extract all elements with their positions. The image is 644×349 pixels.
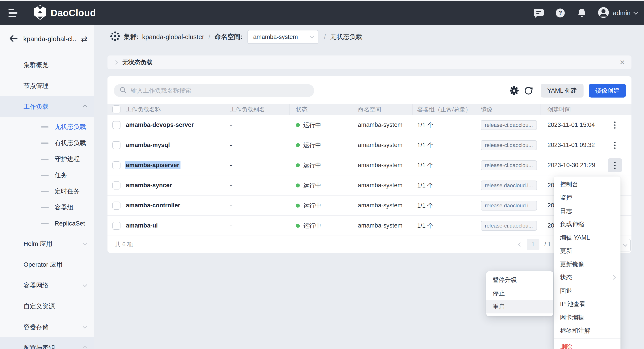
switch-cluster-icon[interactable]: ⇄ (81, 35, 88, 43)
menu-item-labels-annotations[interactable]: 标签和注解 (554, 324, 620, 338)
feedback-chat-icon[interactable] (533, 7, 544, 18)
menu-item-update-image[interactable]: 更新镜像 (554, 258, 620, 271)
row-checkbox[interactable] (112, 222, 120, 230)
notifications-bell-icon[interactable] (576, 7, 587, 18)
submenu-arrow-icon (611, 275, 616, 280)
workload-name-link[interactable]: amamba-controller (126, 196, 226, 215)
chevron-down-icon (83, 283, 87, 287)
chevron-right-icon (114, 60, 118, 65)
image-chip[interactable]: release-ci.daoclou... (481, 140, 537, 150)
workload-name-link[interactable]: amamba-devops-server (126, 115, 226, 135)
sidebar-item-operator-apps[interactable]: Operator 应用 (0, 254, 94, 275)
image-chip[interactable]: release-ci.daoclou... (481, 120, 537, 130)
sidebar-item-node-management[interactable]: 节点管理 (0, 75, 94, 96)
submenu-item-restart[interactable]: 重启 (486, 300, 553, 314)
yaml-create-button[interactable]: YAML 创建 (541, 84, 584, 97)
dash-icon (41, 126, 48, 127)
row-checkbox[interactable] (112, 181, 120, 189)
menu-item-edit-yaml[interactable]: 编辑 YAML (554, 231, 620, 244)
page-number-box[interactable]: 1 (527, 239, 540, 250)
sidebar-item-daemonsets[interactable]: 守护进程 (0, 151, 94, 167)
sidebar-item-custom-resources[interactable]: 自定义资源 (0, 296, 94, 317)
cluster-label: 集群: (124, 32, 139, 41)
cluster-selector: kpanda-global-cl... ⇄ (0, 25, 94, 53)
image-cell: release-ci.daoclou... (476, 216, 541, 236)
workload-name-link[interactable]: amamba-syncer (126, 175, 226, 195)
image-cell: release.daocloud.i... (476, 196, 541, 215)
gear-icon[interactable] (509, 85, 519, 96)
image-cell: release-ci.daoclou... (476, 115, 541, 135)
dash-icon (41, 175, 48, 176)
menu-item-rollback[interactable]: 回退 (554, 284, 620, 298)
sidebar-item-jobs[interactable]: 任务 (0, 167, 94, 183)
namespace-cell: amamba-system (351, 175, 413, 195)
row-actions-kebab-icon[interactable] (608, 118, 622, 132)
chevron-up-icon (83, 346, 87, 349)
image-chip[interactable]: release.daocloud.i... (481, 181, 537, 190)
col-status: 状态 (290, 104, 351, 115)
submenu-item-stop[interactable]: 停止 (486, 287, 553, 300)
refresh-icon[interactable] (523, 85, 534, 96)
prev-page-icon[interactable] (518, 242, 522, 247)
row-checkbox[interactable] (112, 161, 120, 169)
search-icon (120, 87, 127, 95)
menu-item-delete[interactable]: 删除 (554, 340, 620, 349)
back-arrow-icon[interactable] (9, 35, 18, 43)
row-actions-kebab-icon[interactable] (608, 158, 622, 172)
namespace-select[interactable]: amamba-system (248, 30, 318, 44)
row-checkbox[interactable] (112, 121, 120, 129)
sidebar-item-container-network[interactable]: 容器网络 (0, 275, 94, 296)
logo-text: DaoCloud (50, 7, 96, 18)
cluster-name: kpanda-global-cl... (23, 35, 76, 43)
namespace-cell: amamba-system (351, 115, 413, 135)
user-menu[interactable]: admin (598, 7, 637, 19)
menu-item-update[interactable]: 更新 (554, 244, 620, 258)
pods-cell: 1/1 个 (413, 175, 476, 195)
menu-item-monitoring[interactable]: 监控 (554, 191, 620, 204)
menu-item-ip-pool[interactable]: IP 池查看 (554, 298, 620, 311)
sidebar-item-replicaset[interactable]: ReplicaSet (0, 215, 94, 232)
menu-item-logs[interactable]: 日志 (554, 204, 620, 218)
sidebar-item-config-secrets[interactable]: 配置与密钥 (0, 337, 94, 349)
workload-name-link[interactable]: amamba-ui (126, 216, 226, 236)
breadcrumb: 集群: kpanda-global-cluster / 命名空间: amamba… (110, 23, 362, 50)
image-chip[interactable]: release.daocloud.i... (481, 201, 537, 211)
row-checkbox[interactable] (112, 202, 120, 210)
search-input[interactable] (130, 87, 308, 94)
workload-alias: - (226, 155, 290, 175)
image-chip[interactable]: release-ci.daoclou... (481, 221, 537, 231)
row-actions-kebab-icon[interactable] (608, 138, 622, 152)
menu-item-nic-edit[interactable]: 网卡编辑 (554, 311, 620, 324)
menu-item-status[interactable]: 状态 (554, 271, 620, 284)
workload-panel-header[interactable]: 无状态负载 ✕ (108, 55, 632, 69)
workload-name-link[interactable]: amamba-mysql (126, 135, 226, 155)
sidebar-item-statefulsets[interactable]: 有状态负载 (0, 135, 94, 151)
close-icon[interactable]: ✕ (620, 59, 625, 66)
sidebar: kpanda-global-cl... ⇄ 集群概览 节点管理 工作负载 无状态… (0, 25, 94, 349)
sidebar-item-deployments[interactable]: 无状态负载 (0, 119, 94, 135)
select-all-checkbox[interactable] (112, 105, 120, 113)
image-chip[interactable]: release-ci.daoclou... (481, 160, 537, 170)
sidebar-item-cluster-overview[interactable]: 集群概览 (0, 55, 94, 75)
table-row: amamba-mysql - 运行中 amamba-system 1/1 个 r… (108, 135, 632, 155)
sidebar-item-workloads[interactable]: 工作负载 (0, 96, 94, 117)
help-icon[interactable]: ? (555, 7, 566, 18)
submenu-item-pause-upgrade[interactable]: 暂停升级 (486, 273, 553, 287)
cluster-dots-icon (110, 31, 120, 43)
sidebar-item-helm-apps[interactable]: Helm 应用 (0, 233, 94, 254)
menu-item-scaling[interactable]: 负载伸缩 (554, 218, 620, 231)
row-checkbox[interactable] (112, 141, 120, 149)
selected-text: amamba-apiserver (126, 161, 180, 169)
sidebar-item-cronjobs[interactable]: 定时任务 (0, 183, 94, 199)
breadcrumb-cluster-name[interactable]: kpanda-global-cluster (142, 33, 204, 41)
sidebar-item-container-storage[interactable]: 容器存储 (0, 317, 94, 337)
workload-alias: - (226, 115, 290, 135)
image-create-button[interactable]: 镜像创建 (589, 84, 626, 97)
sidebar-item-pods[interactable]: 容器组 (0, 199, 94, 215)
hamburger-menu-icon[interactable] (8, 9, 18, 17)
pods-cell: 1/1 个 (413, 196, 476, 215)
menu-item-console[interactable]: 控制台 (554, 178, 620, 191)
menu-divider (554, 339, 620, 339)
workload-name-link[interactable]: amamba-apiserver (126, 155, 226, 175)
image-cell: release-ci.daoclou... (476, 135, 541, 155)
